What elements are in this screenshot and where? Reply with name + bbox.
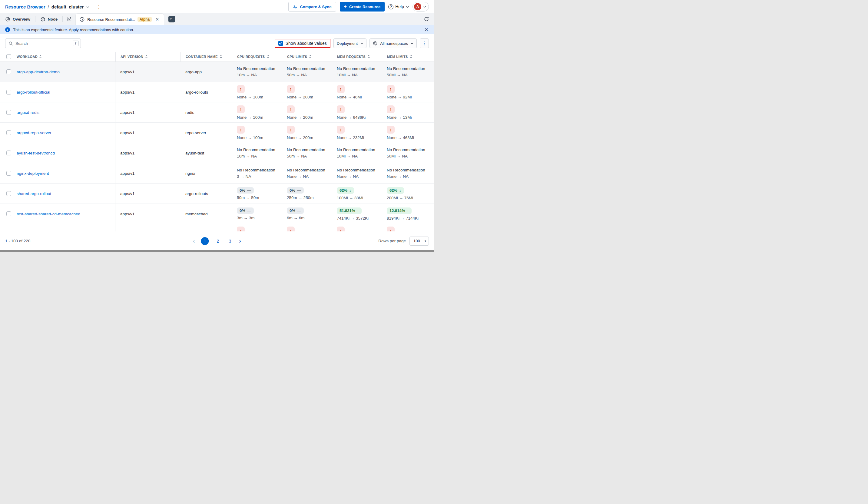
mem-requests-cell: ↑None → 6486Ki: [332, 105, 382, 120]
row-checkbox[interactable]: [6, 212, 11, 216]
search-box[interactable]: r: [5, 39, 81, 48]
tab-terminal[interactable]: >_: [164, 13, 179, 25]
up-arrow-icon: ↑: [340, 228, 342, 232]
tab-node[interactable]: Node: [35, 13, 63, 25]
api-version: apps/v1: [120, 212, 134, 216]
no-change-icon: —: [247, 208, 251, 213]
cpu-limits-cell: No Recommendation50m → NA: [282, 66, 332, 77]
table-row: argo-app-devtron-demo apps/v1 argo-app N…: [0, 62, 434, 82]
page-button-3[interactable]: 3: [227, 239, 233, 244]
show-absolute-values-checkbox[interactable]: Show absolute values: [278, 41, 327, 46]
kind-filter-value: Deployment: [337, 41, 358, 46]
page-button-1[interactable]: 1: [201, 237, 209, 245]
breadcrumb-resource-browser-link[interactable]: Resource Browser: [5, 4, 45, 9]
column-header-api-version[interactable]: API VERSION: [115, 52, 180, 61]
breadcrumb: Resource Browser / default_cluster ⋮: [5, 4, 103, 10]
container-name: memcached: [185, 212, 208, 216]
help-icon: ?: [388, 4, 393, 9]
mem-requests-cell: ↑None → 46Mi: [332, 85, 382, 99]
column-header-cpu-requests[interactable]: CPU REQUESTS: [232, 52, 282, 61]
tab-close-icon[interactable]: ✕: [154, 16, 160, 22]
kind-filter-dropdown[interactable]: Deployment: [333, 39, 366, 48]
row-checkbox[interactable]: [6, 110, 11, 115]
user-chevron-down-icon: [423, 5, 426, 8]
column-header-mem-limits[interactable]: MEM LIMITS: [382, 52, 434, 61]
decrease-badge: 62%↓: [387, 187, 404, 194]
cpu-limits-cell: ↑None → 200m: [282, 126, 332, 140]
rows-per-page-select[interactable]: 100 ▾: [410, 237, 429, 246]
cpu-requests-cell: No Recommendation10m → NA: [232, 147, 282, 158]
alpha-badge: Alpha: [137, 17, 152, 22]
table-row: test-shared-shared-cd-memcached apps/v1 …: [0, 204, 434, 224]
up-arrow-icon: ↑: [290, 228, 292, 232]
search-input[interactable]: [16, 41, 70, 46]
page-button-2[interactable]: 2: [215, 239, 221, 244]
row-checkbox[interactable]: [6, 191, 11, 196]
next-page-icon[interactable]: ›: [239, 237, 241, 245]
more-options-kebab-button[interactable]: ⋮: [420, 39, 429, 48]
table-row: nginx-deployment apps/v1 nginx No Recomm…: [0, 163, 434, 184]
tab-resource-recommendations-label: Resource Recommendati...: [87, 17, 135, 22]
cpu-requests-cell: No Recommendation3 → NA: [232, 168, 282, 179]
experimental-banner: i This is an experimental feature. Apply…: [0, 25, 434, 34]
api-version: apps/v1: [120, 151, 134, 155]
table-row: argocd-repo-server apps/v1 repo-server ↑…: [0, 123, 434, 143]
container-name: argo-rollouts: [185, 90, 208, 94]
select-all-checkbox[interactable]: [6, 54, 11, 59]
workload-link[interactable]: shared-argo-rollout: [17, 192, 51, 196]
banner-text: This is an experimental feature. Apply r…: [13, 28, 134, 32]
table-row: shared-argo-rollout apps/v1 argo-rollout…: [0, 184, 434, 204]
cluster-kebab-menu-icon[interactable]: ⋮: [94, 4, 103, 10]
row-checkbox[interactable]: [6, 130, 11, 135]
cpu-limits-cell: ↑: [282, 224, 332, 232]
mem-requests-cell: No Recommendation10Mi → NA: [332, 66, 382, 77]
increase-badge: ↑: [287, 126, 295, 134]
workload-link[interactable]: test-shared-shared-cd-memcached: [17, 212, 80, 216]
no-change-badge: 0%—: [287, 207, 304, 214]
increase-badge: ↑: [237, 105, 245, 113]
banner-close-icon[interactable]: ✕: [424, 27, 429, 32]
column-header-cpu-limits[interactable]: CPU LIMITS: [282, 52, 332, 61]
overview-icon: [5, 17, 10, 22]
increase-badge: ↑: [387, 85, 395, 93]
down-arrow-icon: ↓: [407, 208, 409, 213]
column-header-mem-requests[interactable]: MEM REQUESTS: [332, 52, 382, 61]
row-checkbox[interactable]: [6, 69, 11, 74]
rows-per-page-label: Rows per page: [378, 239, 406, 243]
column-header-container-name[interactable]: CONTAINER NAME: [180, 52, 232, 61]
api-version: apps/v1: [120, 192, 134, 196]
up-arrow-icon: ↑: [240, 228, 242, 232]
tab-resource-recommendations[interactable]: Resource Recommendati... Alpha ✕: [75, 13, 164, 25]
workload-link[interactable]: argo-rollout-official: [17, 90, 50, 94]
no-change-icon: —: [297, 208, 301, 213]
up-arrow-icon: ↑: [340, 86, 342, 92]
workload-link[interactable]: nginx-deployment: [17, 171, 49, 176]
increase-badge: ↑: [287, 227, 295, 232]
container-name: repo-server: [185, 131, 206, 135]
workload-link[interactable]: argocd-redis: [17, 110, 39, 115]
namespace-filter-dropdown[interactable]: All namespaces: [370, 39, 417, 48]
api-version: apps/v1: [120, 70, 134, 74]
compare-sync-button[interactable]: Compare & Sync: [288, 2, 336, 11]
row-checkbox[interactable]: [6, 151, 11, 155]
cpu-requests-cell: ↑: [232, 224, 282, 232]
compare-sync-label: Compare & Sync: [300, 4, 331, 9]
help-menu[interactable]: ? Help: [388, 4, 409, 9]
create-resource-button[interactable]: + Create Resource: [340, 2, 385, 11]
refresh-button[interactable]: [419, 13, 434, 25]
row-checkbox[interactable]: [6, 171, 11, 176]
previous-page-icon[interactable]: ‹: [193, 237, 195, 245]
workload-link[interactable]: ayush-test-devtroncd: [17, 151, 55, 155]
no-change-badge: 0%—: [237, 187, 254, 194]
column-header-workload[interactable]: WORKLOAD: [0, 52, 115, 61]
tab-overview[interactable]: Overview: [0, 13, 35, 25]
cpu-requests-cell: 0%—3m → 3m: [232, 207, 282, 220]
tab-monitoring[interactable]: [63, 13, 75, 25]
workload-link[interactable]: argo-app-devtron-demo: [17, 70, 60, 74]
workload-link[interactable]: argocd-repo-server: [17, 131, 51, 135]
no-change-icon: —: [247, 188, 251, 193]
user-menu[interactable]: A: [413, 2, 429, 11]
cluster-chevron-down-icon[interactable]: [86, 5, 89, 8]
up-arrow-icon: ↑: [290, 86, 292, 92]
row-checkbox[interactable]: [6, 90, 11, 94]
